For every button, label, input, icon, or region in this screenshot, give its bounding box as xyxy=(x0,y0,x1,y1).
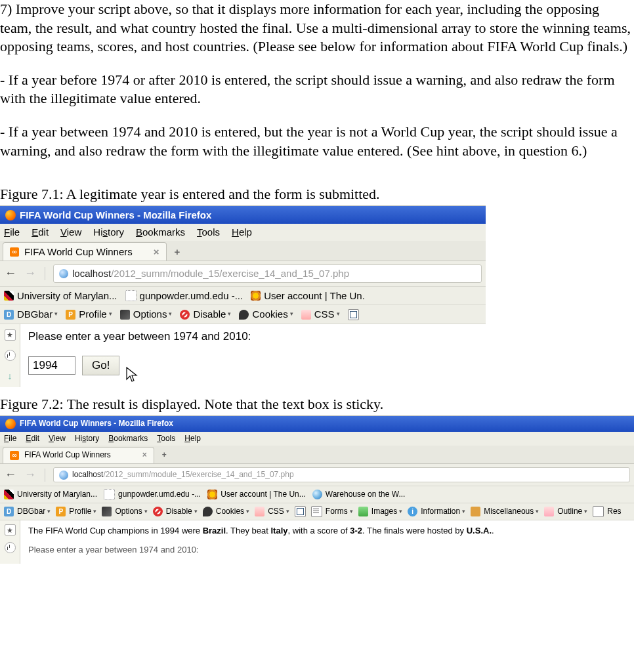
firefox-icon xyxy=(5,419,16,429)
bookmark-warehouse[interactable]: Warehouse on the W... xyxy=(312,490,406,500)
dev-information[interactable]: iInformation▾ xyxy=(408,507,465,517)
menu-help[interactable]: Help xyxy=(232,226,252,239)
star-icon[interactable]: ★ xyxy=(5,524,16,536)
dev-resize[interactable]: Res xyxy=(593,506,621,517)
umd-icon xyxy=(4,490,14,499)
forms-icon xyxy=(311,506,322,517)
dev-edit[interactable] xyxy=(348,309,359,320)
address-bar[interactable]: localhost/2012_summ/module_15/exercise_1… xyxy=(53,264,482,283)
menu-edit[interactable]: Edit xyxy=(32,226,49,239)
shield-icon xyxy=(251,291,261,301)
menu-view[interactable]: View xyxy=(49,434,66,444)
cookies-icon xyxy=(239,310,249,320)
firefox-icon xyxy=(5,210,16,220)
nav-back-button[interactable]: ← xyxy=(4,267,17,280)
menu-file[interactable]: File xyxy=(4,226,20,239)
firebug-side-strip: ★ ↓ xyxy=(0,324,20,387)
tab-close-icon[interactable]: × xyxy=(142,450,147,461)
star-icon[interactable]: ★ xyxy=(5,329,16,341)
dev-cookies[interactable]: Cookies▾ xyxy=(239,308,293,321)
browser-screenshot-2: FIFA World Cup Winners - Mozilla Firefox… xyxy=(0,415,634,564)
bookmark-gunpowder[interactable]: gunpowder.umd.edu -... xyxy=(125,289,243,303)
globe-icon xyxy=(59,269,68,278)
firebug-side-strip: ★ xyxy=(0,520,20,564)
new-tab-button[interactable]: + xyxy=(168,243,187,261)
menu-view[interactable]: View xyxy=(60,226,81,239)
developer-toolbar: DDBGbar▾ PProfile▾ Options▾ Disable▾ Coo… xyxy=(0,305,486,324)
bookmark-gunpowder[interactable]: gunpowder.umd.edu -... xyxy=(104,489,201,500)
menu-help[interactable]: Help xyxy=(184,434,201,444)
dev-disable[interactable]: Disable▾ xyxy=(180,308,231,321)
dev-css[interactable]: CSS▾ xyxy=(255,507,289,517)
dev-disable[interactable]: Disable▾ xyxy=(153,507,198,517)
address-bar[interactable]: localhost/2012_summ/module_15/exercise_1… xyxy=(53,467,630,483)
tab-close-icon[interactable]: × xyxy=(154,245,159,259)
d-icon: D xyxy=(4,507,14,516)
question-text: 7) Improve your script above, so that it… xyxy=(0,0,634,180)
address-bar-row: ← → localhost/2012_summ/module_15/exerci… xyxy=(0,464,634,487)
dev-images[interactable]: Images▾ xyxy=(358,507,402,517)
globe-icon xyxy=(312,490,322,499)
browser-tab[interactable]: ∞ FIFA World Cup Winners × xyxy=(3,242,167,261)
nav-forward-button[interactable]: → xyxy=(24,267,37,280)
form-row: Go! xyxy=(28,356,478,375)
result-winner: Brazil xyxy=(203,526,226,536)
dev-edit[interactable] xyxy=(295,506,306,517)
dev-dbgbar[interactable]: DDBGbar▾ xyxy=(4,308,58,321)
url-path: /2012_summ/module_15/exercise_14_and_15_… xyxy=(103,470,293,479)
dev-forms[interactable]: Forms▾ xyxy=(311,506,353,517)
umd-icon xyxy=(4,291,14,301)
page-viewport: ★ The FIFA World Cup champions in 1994 w… xyxy=(0,520,634,564)
clock-icon[interactable] xyxy=(5,350,16,361)
menu-bookmarks[interactable]: Bookmarks xyxy=(136,226,185,239)
chevron-down-icon: ▾ xyxy=(54,310,58,318)
d-icon: D xyxy=(4,310,14,320)
menu-tools[interactable]: Tools xyxy=(197,226,220,239)
images-icon xyxy=(358,507,368,516)
tab-label: FIFA World Cup Winners xyxy=(24,450,111,461)
chevron-down-icon: ▾ xyxy=(337,310,340,318)
info-icon: i xyxy=(408,507,417,516)
page-content: Please enter a year between 1974 and 201… xyxy=(20,324,486,387)
bookmark-umd[interactable]: University of Marylan... xyxy=(4,490,97,500)
url-host: localhost xyxy=(72,268,111,279)
separator xyxy=(45,469,45,482)
result-loser: Italy xyxy=(271,526,288,536)
menu-bookmarks[interactable]: Bookmarks xyxy=(108,434,148,444)
menu-file[interactable]: File xyxy=(4,434,16,444)
dev-dbgbar[interactable]: DDBGbar▾ xyxy=(4,507,51,517)
menu-tools[interactable]: Tools xyxy=(157,434,175,444)
bookmark-user-account[interactable]: User account | The Un... xyxy=(207,490,306,500)
nav-back-button[interactable]: ← xyxy=(4,469,17,482)
bookmark-umd[interactable]: University of Marylan... xyxy=(4,289,117,303)
menu-edit[interactable]: Edit xyxy=(26,434,39,444)
xampp-icon: ∞ xyxy=(10,451,19,460)
bookmark-user-account[interactable]: User account | The Un. xyxy=(251,289,365,303)
dev-profile[interactable]: PProfile▾ xyxy=(66,308,112,321)
chevron-down-icon: ▾ xyxy=(290,310,293,318)
year-input[interactable] xyxy=(28,356,75,375)
p-icon: P xyxy=(66,310,75,320)
address-bar-row: ← → localhost/2012_summ/module_15/exerci… xyxy=(0,261,486,287)
dev-profile[interactable]: PProfile▾ xyxy=(56,507,96,517)
menu-history[interactable]: History xyxy=(75,434,99,444)
dev-options[interactable]: Options▾ xyxy=(102,507,147,517)
menu-history[interactable]: History xyxy=(93,226,124,239)
dev-outline[interactable]: Outline▾ xyxy=(544,507,587,517)
p-icon: P xyxy=(56,507,66,516)
browser-tab[interactable]: ∞ FIFA World Cup Winners × xyxy=(3,447,154,463)
new-tab-button[interactable]: + xyxy=(156,448,173,463)
download-icon[interactable]: ↓ xyxy=(5,370,15,382)
result-score: 3-2 xyxy=(350,526,362,536)
dev-css[interactable]: CSS▾ xyxy=(301,308,340,321)
dev-options[interactable]: Options▾ xyxy=(120,308,173,321)
go-button[interactable]: Go! xyxy=(82,356,119,375)
tab-bar: ∞ FIFA World Cup Winners × + xyxy=(0,241,486,262)
menu-bar: File Edit View History Bookmarks Tools H… xyxy=(0,224,486,241)
dev-cookies[interactable]: Cookies▾ xyxy=(203,507,249,517)
nav-forward-button[interactable]: → xyxy=(24,469,37,482)
clock-icon[interactable] xyxy=(5,542,16,553)
dev-miscellaneous[interactable]: Miscellaneous▾ xyxy=(471,507,539,517)
menu-bar: File Edit View History Bookmarks Tools H… xyxy=(0,432,634,446)
shield-icon xyxy=(207,490,217,499)
